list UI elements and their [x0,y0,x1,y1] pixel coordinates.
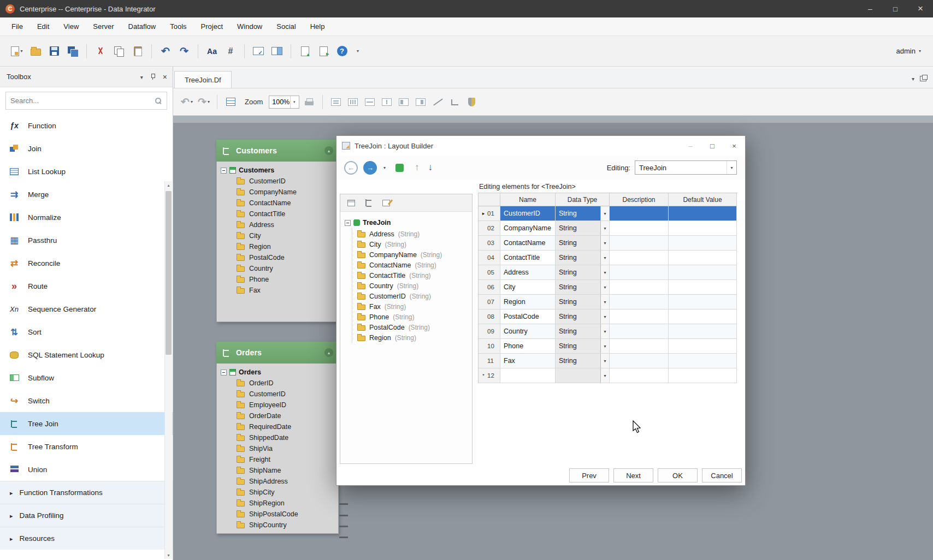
orthogonal-link-button[interactable] [447,94,462,110]
editing-combo[interactable]: TreeJoin [635,160,737,175]
node-orders-header[interactable]: Orders [216,342,339,364]
collapse-icon[interactable] [221,370,227,376]
field-row[interactable]: EmployeeID [217,400,338,410]
field-row[interactable]: ShippedDate [217,432,338,443]
cell-name[interactable]: CustomerID [500,206,556,221]
scroll-up-icon[interactable]: ▴ [165,181,172,189]
dropdown-icon[interactable] [600,221,609,235]
verify-dataflow-button[interactable] [464,94,479,110]
ok-button[interactable]: OK [658,468,698,482]
cell-data-type[interactable]: String [556,324,610,339]
grid-row[interactable]: 08PostalCodeString [479,309,737,324]
menu-window[interactable]: Window [230,19,269,34]
scroll-down-icon[interactable]: ▾ [165,551,172,559]
tree-item[interactable]: CustomerID(String) [357,291,469,301]
cell-name[interactable]: ContactName [500,236,556,251]
menu-edit[interactable]: Edit [30,19,56,34]
toolbox-section-data-profiling[interactable]: Data Profiling [0,504,173,527]
redo-button[interactable] [197,94,211,110]
cell-data-type[interactable]: String [556,295,610,309]
cell-default-value[interactable] [669,368,737,383]
cell-data-type[interactable]: String [556,354,610,368]
cell-name[interactable]: PostalCode [500,309,556,324]
element-properties-button[interactable] [345,196,358,210]
tree-item[interactable]: Country(String) [357,281,469,291]
grid-row[interactable]: 11FaxString [479,354,737,368]
help-button[interactable] [334,42,350,61]
dropdown-icon[interactable] [600,236,609,250]
menu-social[interactable]: Social [269,19,303,34]
dropdown-icon[interactable] [600,206,609,221]
redo-button[interactable] [176,42,192,61]
tree-item[interactable]: ContactName(String) [357,260,469,270]
toolbox-item-sql-statement-lookup[interactable]: SQL Statement Lookup [0,343,173,366]
cell-data-type[interactable]: String [556,339,610,354]
toolbox-item-merge[interactable]: Merge [0,183,173,206]
node-customers[interactable]: Customers Customers CustomerID CompanyNa… [216,140,339,322]
field-row[interactable]: ShipVia [217,443,338,454]
column-header-default-value[interactable]: Default Value [669,193,737,206]
toolbox-item-route[interactable]: Route [0,275,173,297]
toolbox-scrollbar[interactable]: ▴ ▾ [164,181,172,559]
cell-description[interactable] [610,236,669,251]
close-panel-icon[interactable] [163,73,167,81]
new-document-button[interactable] [9,42,25,61]
straight-link-button[interactable] [430,94,445,110]
rename-node-button[interactable] [380,196,393,210]
cell-data-type[interactable]: String [556,280,610,295]
tree-root-row[interactable]: Customers [217,165,338,176]
dialog-maximize-button[interactable]: □ [701,136,723,156]
toolbox-item-switch[interactable]: Switch [0,389,173,412]
field-row[interactable]: Country [217,263,338,274]
menu-tools[interactable]: Tools [163,19,193,34]
collapse-icon[interactable] [345,220,351,226]
move-down-button[interactable] [428,162,433,173]
cell-description[interactable] [610,221,669,236]
move-up-button[interactable] [415,162,420,173]
field-row[interactable]: ShipAddress [217,476,338,487]
cancel-button[interactable]: Cancel [702,468,742,482]
cell-default-value[interactable] [669,339,737,354]
dropdown-icon[interactable] [600,265,609,279]
cell-data-type[interactable] [556,368,610,383]
menu-file[interactable]: File [4,19,30,34]
cell-description[interactable] [610,339,669,354]
font-button[interactable] [204,42,220,61]
user-menu[interactable]: admin [896,47,921,55]
node-orders[interactable]: Orders Orders OrderID CustomerID Employe… [216,342,339,534]
cell-default-value[interactable] [669,251,737,265]
cell-name[interactable]: ContactTitle [500,251,556,265]
tree-item[interactable]: Address(String) [357,229,469,239]
cell-name[interactable]: Address [500,265,556,280]
field-row[interactable]: ShipCity [217,487,338,498]
expand-all-button[interactable] [397,94,411,110]
dropdown-icon[interactable] [600,251,609,265]
toolbox-item-reconcile[interactable]: Reconcile [0,252,173,275]
dropdown-icon[interactable] [600,324,609,338]
tree-view-button[interactable] [362,196,375,210]
zoom-dropdown-icon[interactable] [290,96,298,108]
tree-item[interactable]: Region(String) [357,332,469,343]
toolbox-dropdown-icon[interactable] [140,73,143,81]
toolbox-item-normalize[interactable]: Normalize [0,206,173,229]
collapse-all-button[interactable] [414,94,428,110]
chevron-down-icon[interactable] [383,165,386,170]
cell-description[interactable] [610,206,669,221]
dataflow-canvas[interactable]: Customers Customers CustomerID CompanyNa… [173,116,933,560]
tree-item[interactable]: City(String) [357,239,469,249]
cell-default-value[interactable] [669,280,737,295]
scrollbar-thumb[interactable] [166,191,172,355]
cell-data-type[interactable]: String [556,265,610,280]
auto-layout-horizontal-button[interactable] [329,94,343,110]
field-row[interactable]: Phone [217,274,338,285]
collapse-node-icon[interactable] [324,146,333,155]
copy-button[interactable] [111,42,127,61]
prev-button[interactable]: Prev [569,468,609,482]
field-row[interactable]: ShipName [217,465,338,476]
tab-treejoin-df[interactable]: TreeJoin.Df [174,71,232,88]
cell-default-value[interactable] [669,221,737,236]
toolbox-item-sort[interactable]: Sort [0,320,173,343]
toolbox-item-function[interactable]: Function [0,114,173,137]
menu-help[interactable]: Help [303,19,332,34]
dropdown-icon[interactable] [600,339,609,353]
